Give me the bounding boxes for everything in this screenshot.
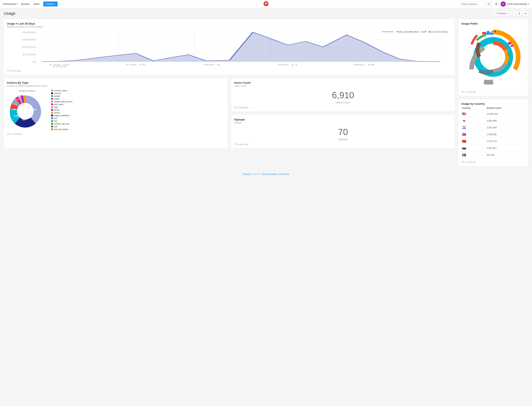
pie-chart: Number of actions [7,90,47,130]
pie-legend-dot [51,120,53,122]
events-count: 13,461,516 [486,111,525,117]
pie-legend-label: fork [54,120,57,122]
pie-legend-label: login [54,106,58,108]
pie-legend-item: edit_name [51,103,73,105]
pie-legend-item: test [51,117,73,119]
clock-icon: 🕐 [461,91,464,93]
table-row: 🇷🇺1,001,637 [461,145,525,152]
avatar: ZK [501,1,506,7]
table-row: 🇮🇱2,501,449 [461,124,525,131]
left-column: Usage # Last 30 Days Number of events in… [4,19,455,166]
users-count-footer: 🕐 a month ago [234,106,452,109]
pie-legend-dot [51,98,53,100]
usage-last30-footer: 🕐 4 hours ago [7,69,452,72]
pie-legend-label: toggle_published [54,114,69,116]
signups-footer: 🕐 a month ago [234,143,452,145]
events-count: 1,001,637 [486,145,525,152]
search-button[interactable]: 🔍 [486,2,492,6]
user-menu[interactable]: ZK Zsolt Kocsmarszky ▾ [501,1,529,7]
usage-by-country-title: Usage by Country [461,102,525,105]
pie-legend-item: update [51,95,73,97]
pie-legend-item: search [51,112,73,114]
pie-legend-dot [51,123,53,125]
contribute-link[interactable]: Contribute [279,173,289,175]
usage-paths-title: Usage Paths [461,22,525,25]
expand-button[interactable]: ⛶ [510,11,516,16]
table-row: 🇺🇸13,461,516 [461,111,525,117]
table-row: 🇸🇪918,323 [461,152,525,159]
country-flag: 🇻🇳 [461,138,486,145]
events-count: 1,075,713 [486,138,525,145]
refresh-button[interactable]: ↻ Refresh ▾ [494,11,510,16]
actions-subtitle: Number of actions grouped by their types [7,85,225,87]
events-col-header: Events Count [486,106,525,111]
create-button[interactable]: Create ▾ [43,1,58,7]
page: Usage ↻ Refresh ▾ ⛶ ⬆ ••• Usage # Last 3… [0,8,532,169]
right-column: Usage Paths [458,19,528,166]
pie-legend-dot [51,128,53,130]
country-flag: 🇯🇵 [461,117,486,124]
toolbar: ↻ Refresh ▾ ⛶ ⬆ ••• [494,11,528,16]
chevron-down-icon: ▾ [528,3,529,5]
settings-icon[interactable]: ⚙ [495,2,498,6]
signups-value: 70 [234,127,452,137]
pie-legend-dot [51,101,53,102]
pie-legend-label: edit_name [54,103,63,105]
pie-legend-dot [51,103,53,105]
main-nav: Dashboards ▾ Queries Alerts Create ▾ [3,1,58,7]
svg-point-25 [17,103,34,120]
svg-text:Feb 25: Feb 25 [126,64,146,66]
signups-label: Signups [234,138,452,141]
dashboard-grid: Usage # Last 30 Days Number of events in… [4,19,528,166]
usage-paths-chart [461,25,525,88]
nav-dashboards[interactable]: Dashboards ▾ [3,3,18,5]
pie-legend-item: edit [51,125,73,128]
svg-text:2000: 2000 [22,46,36,48]
clock-icon: 🕐 [234,106,237,109]
search-input[interactable] [460,2,486,6]
documentation-link[interactable]: Documentation [262,173,277,175]
pie-legend-dot [51,115,53,116]
svg-text:8.2%: 8.2% [14,115,18,117]
pie-legend-item: edit_description [51,128,73,130]
country-flag: 🇬🇧 [461,131,486,138]
svg-text:0: 0 [33,61,36,63]
header-right: 🔍 ⚙ ZK Zsolt Kocsmarszky ▾ [459,1,529,7]
chevron-down-icon: ▾ [17,3,18,5]
pie-legend-dot [51,90,53,91]
usage-paths-footer: 🕐 a month ago [461,91,525,93]
svg-rect-38 [482,32,486,34]
pie-legend-item: login [51,106,73,108]
pie-legend-label: edit [54,125,57,128]
pie-legend-label: create [54,98,60,100]
pie-legend-item: toggle_published [51,114,73,116]
signups-card: Signups Signups 70 Signups 🕐 a month ago [231,115,455,149]
svg-text:7.18%: 7.18% [11,109,16,111]
pie-legend-label: test [54,117,57,119]
svg-text:Mar 4: Mar 4 [204,64,220,66]
svg-text:2.8%: 2.8% [18,96,22,98]
pie-legend-label: execute_query [54,89,67,92]
page-title: Usage [4,11,15,16]
nav-queries[interactable]: Queries [21,3,30,5]
share-button[interactable]: ⬆ [517,11,522,16]
actions-footer: 🕐 a month ago [7,133,225,135]
users-count-card: Users Count Users Count 6,910 Users Coun… [231,78,455,112]
users-count-value: 6,910 [234,90,452,100]
usage-last30-subtitle: Number of events in the last 30 days [7,25,452,28]
pie-legend-dot [51,117,53,119]
events-count: 4,504,480 [486,117,525,124]
actions-title: Actions By Type [7,81,225,84]
right-metrics: Users Count Users Count 6,910 Users Coun… [231,78,455,149]
events-count: 2,501,449 [486,124,525,131]
pie-legend-label: execute [54,92,61,94]
pie-legend-item: create [51,98,73,100]
nav-alerts[interactable]: Alerts [33,3,40,5]
more-button[interactable]: ••• [523,11,528,16]
brand-link[interactable]: Redash [242,173,250,175]
usage-last30-title: Usage # Last 30 Days [7,22,452,25]
pie-legend-item: delete [51,109,73,111]
svg-text:25%: 25% [22,119,26,121]
clock-icon: 🕐 [461,161,464,163]
users-count-subtitle: Users Count [234,85,452,87]
